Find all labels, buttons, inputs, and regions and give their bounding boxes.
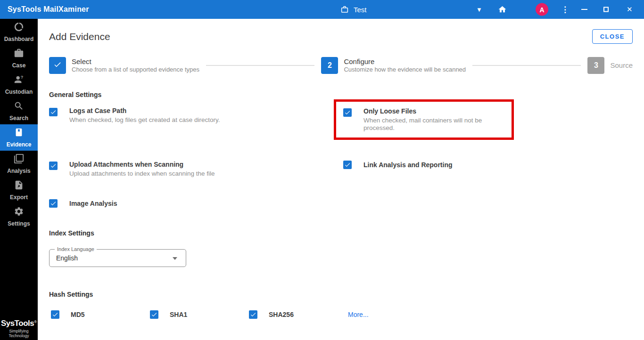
index-language-select[interactable]: Index Language English bbox=[49, 249, 186, 267]
select-floating-label: Index Language bbox=[55, 246, 97, 252]
sidebar-item-custodian[interactable]: ? Custodian bbox=[0, 72, 38, 98]
step-connector bbox=[472, 65, 581, 66]
option-label: SHA1 bbox=[170, 311, 187, 319]
sidebar-item-analysis[interactable]: Analysis bbox=[0, 151, 38, 177]
gear-icon bbox=[14, 206, 24, 219]
step-2-box[interactable]: 2 bbox=[321, 57, 338, 74]
checkbox-md5[interactable] bbox=[51, 310, 59, 319]
sidebar-item-dashboard[interactable]: Dashboard bbox=[0, 19, 38, 45]
option-label: SHA256 bbox=[269, 311, 294, 319]
option-sha1: SHA1 bbox=[150, 310, 249, 319]
step-3-box[interactable]: 3 bbox=[587, 57, 604, 74]
checkbox-link-analysis[interactable] bbox=[343, 161, 352, 169]
option-image-analysis: Image Analysis bbox=[49, 199, 334, 208]
more-hash-link[interactable]: More... bbox=[348, 311, 633, 318]
app-title: SysTools MailXaminer bbox=[8, 5, 89, 14]
highlight-annotation-box: Only Loose Files When checked, mail cont… bbox=[334, 99, 514, 140]
dashboard-icon bbox=[14, 22, 24, 34]
option-label: Only Loose Files bbox=[363, 107, 512, 115]
sidebar-item-evidence[interactable]: Evidence bbox=[0, 124, 38, 151]
briefcase-icon bbox=[14, 48, 24, 60]
minimize-icon[interactable] bbox=[581, 9, 587, 10]
custodian-icon: ? bbox=[14, 74, 24, 87]
more-options-icon[interactable]: ⋮ bbox=[561, 5, 569, 15]
checkbox-logs-at-case-path[interactable] bbox=[49, 108, 58, 116]
step-title: Source bbox=[610, 61, 633, 70]
titlebar: SysTools MailXaminer Test ▼ A ⋮ ✕ bbox=[0, 0, 644, 19]
page-title: Add Evidence bbox=[49, 31, 110, 42]
sidebar: Dashboard Case ? Custodian Search Eviden… bbox=[0, 19, 38, 340]
index-settings-heading: Index Settings bbox=[49, 229, 633, 237]
option-label: Link Analysis and Reporting bbox=[363, 161, 453, 169]
step-select: Select Choose from a list of supported e… bbox=[49, 57, 199, 74]
close-button[interactable]: CLOSE bbox=[592, 29, 633, 44]
hash-options-row: MD5 SHA1 SHA256 More... bbox=[49, 310, 633, 319]
checkbox-image-analysis[interactable] bbox=[49, 199, 58, 208]
step-title: Configure bbox=[344, 57, 466, 66]
sidebar-item-export[interactable]: Export bbox=[0, 177, 38, 203]
option-label: MD5 bbox=[71, 311, 85, 319]
checkbox-upload-attachments[interactable] bbox=[49, 162, 58, 170]
sidebar-item-case[interactable]: Case bbox=[0, 45, 38, 72]
close-window-icon[interactable]: ✕ bbox=[627, 5, 633, 14]
select-value: English bbox=[56, 254, 78, 262]
sidebar-item-settings[interactable]: Settings bbox=[0, 203, 38, 230]
avatar-letter: A bbox=[539, 6, 544, 13]
stepper: Select Choose from a list of supported e… bbox=[49, 57, 633, 74]
option-only-loose-files: Only Loose Files When checked, mail cont… bbox=[343, 107, 512, 132]
option-description: Upload attachments to index when scannin… bbox=[69, 170, 215, 178]
general-settings-heading: General Settings bbox=[49, 91, 633, 98]
step-configure: 2 Configure Customize how the evidence w… bbox=[321, 57, 466, 74]
svg-text:?: ? bbox=[21, 75, 24, 80]
sidebar-item-search[interactable]: Search bbox=[0, 98, 38, 124]
export-icon bbox=[14, 180, 24, 192]
chevron-down-icon bbox=[173, 257, 177, 260]
home-icon[interactable] bbox=[498, 5, 507, 14]
systools-logo: SysTools® Simplifying Technology bbox=[0, 319, 38, 338]
maximize-icon[interactable] bbox=[603, 7, 609, 12]
step-subtitle: Choose from a list of supported evidence… bbox=[72, 66, 199, 73]
option-md5: MD5 bbox=[51, 310, 150, 319]
checkbox-sha256[interactable] bbox=[249, 310, 257, 319]
checkbox-only-loose-files[interactable] bbox=[343, 108, 352, 117]
add-evidence-panel: Add Evidence CLOSE Select Choose from a … bbox=[38, 19, 644, 340]
option-label: Image Analysis bbox=[69, 200, 117, 208]
case-name: Test bbox=[354, 6, 367, 14]
step-source: 3 Source bbox=[587, 57, 633, 74]
option-upload-attachments: Upload Attachments when Scanning Upload … bbox=[49, 161, 334, 178]
evidence-icon bbox=[14, 127, 24, 139]
case-selector[interactable]: Test bbox=[340, 5, 367, 14]
step-title: Select bbox=[72, 57, 199, 66]
step-subtitle: Customize how the evidence will be scann… bbox=[344, 66, 466, 73]
option-description: When checked, mail containers will not b… bbox=[363, 117, 512, 132]
check-icon bbox=[53, 60, 62, 71]
option-label: Logs at Case Path bbox=[69, 107, 220, 115]
avatar[interactable]: A bbox=[536, 3, 548, 16]
step-connector bbox=[206, 65, 314, 66]
checkbox-sha1[interactable] bbox=[150, 310, 158, 319]
search-icon bbox=[14, 101, 24, 113]
option-link-analysis: Link Analysis and Reporting bbox=[334, 161, 633, 169]
case-dropdown-caret-icon[interactable]: ▼ bbox=[476, 6, 482, 13]
step-1-box[interactable] bbox=[49, 57, 66, 74]
option-label: Upload Attachments when Scanning bbox=[69, 161, 215, 169]
option-logs-at-case-path: Logs at Case Path When checked, log file… bbox=[49, 107, 334, 124]
hash-settings-heading: Hash Settings bbox=[49, 291, 633, 298]
option-sha256: SHA256 bbox=[249, 310, 348, 319]
briefcase-icon bbox=[340, 5, 349, 14]
option-description: When checked, log files get created at c… bbox=[69, 116, 220, 124]
analysis-icon bbox=[14, 154, 24, 166]
